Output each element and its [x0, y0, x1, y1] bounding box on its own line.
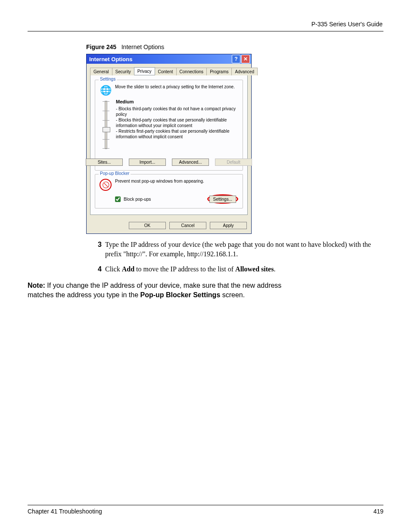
block-popups-input[interactable] [115, 196, 121, 202]
tab-panel-privacy: Settings 🌐 Move the slider to select a p… [90, 75, 248, 215]
note-line-2: matches the address you type in the Pop-… [28, 290, 383, 300]
import-button[interactable]: Import... [129, 159, 166, 166]
footer-chapter: Chapter 41 Troubleshooting [28, 508, 102, 515]
blocker-icon: 🚫 [100, 179, 112, 191]
internet-options-dialog: Internet Options ? ✕ General Security Pr… [86, 54, 252, 234]
tab-privacy[interactable]: Privacy [134, 67, 155, 75]
advanced-button[interactable]: Advanced... [172, 159, 209, 166]
popup-settings-button[interactable]: Settings... [209, 196, 236, 203]
tab-content[interactable]: Content [155, 68, 177, 75]
ok-button[interactable]: OK [129, 222, 166, 229]
note-line-1: Note: If you change the IP address of yo… [28, 281, 383, 290]
figure-caption: Figure 245 Internet Options [86, 44, 383, 50]
dialog-title: Internet Options [89, 56, 231, 62]
tab-general[interactable]: General [90, 68, 112, 75]
slider-thumb[interactable] [103, 127, 110, 132]
page-footer: Chapter 41 Troubleshooting 419 [28, 505, 383, 515]
cancel-button[interactable]: Cancel [169, 222, 206, 229]
popup-blocker-group: Pop-up Blocker 🚫 Prevent most pop-up win… [95, 174, 243, 208]
close-icon[interactable]: ✕ [241, 55, 250, 63]
popup-text: Prevent most pop-up windows from appeari… [115, 179, 204, 184]
footer-rule [28, 505, 383, 505]
highlight-circle: Settings... [207, 194, 238, 204]
block-popups-label: Block pop-ups [124, 197, 151, 202]
tab-security[interactable]: Security [112, 68, 134, 75]
tab-strip: General Security Privacy Content Connect… [87, 64, 251, 75]
header-guide-title: P-335 Series User's Guide [28, 21, 383, 28]
popup-legend: Pop-up Blocker [99, 171, 131, 176]
figure-label: Figure 245 [86, 44, 116, 50]
apply-button[interactable]: Apply [210, 222, 247, 229]
figure-caption-text: Internet Options [121, 44, 165, 50]
privacy-slider[interactable] [100, 99, 112, 151]
step-3-number: 3 [95, 240, 102, 258]
tab-advanced[interactable]: Advanced [231, 68, 257, 75]
titlebar: Internet Options ? ✕ [87, 54, 251, 64]
privacy-level: Medium [116, 99, 238, 104]
privacy-desc-2: - Blocks third-party cookies that use pe… [116, 117, 238, 128]
settings-legend: Settings [99, 77, 117, 81]
step-3: 3 Type the IP address of your device (th… [95, 240, 383, 258]
step-3-text: Type the IP address of your device (the … [105, 240, 383, 258]
block-popups-checkbox[interactable]: Block pop-ups [113, 195, 151, 203]
footer-page: 419 [374, 508, 383, 515]
settings-group: Settings 🌐 Move the slider to select a p… [95, 80, 243, 171]
help-icon[interactable]: ? [232, 55, 240, 63]
dialog-footer: OK Cancel Apply [87, 218, 251, 233]
step-4-text: Click Add to move the IP address to the … [105, 264, 383, 274]
tab-programs[interactable]: Programs [206, 68, 232, 75]
step-4: 4 Click Add to move the IP address to th… [95, 264, 383, 274]
tab-connections[interactable]: Connections [176, 68, 207, 75]
default-button: Default [215, 159, 252, 166]
privacy-desc-1: - Blocks third-party cookies that do not… [116, 106, 238, 117]
step-4-number: 4 [95, 264, 102, 274]
globe-icon: 🌐 [100, 84, 112, 96]
sites-button[interactable]: Sites... [86, 159, 123, 166]
settings-instruction: Move the slider to select a privacy sett… [115, 84, 235, 89]
header-rule [28, 31, 383, 31]
privacy-desc-3: - Restricts first-party cookies that use… [116, 128, 238, 140]
